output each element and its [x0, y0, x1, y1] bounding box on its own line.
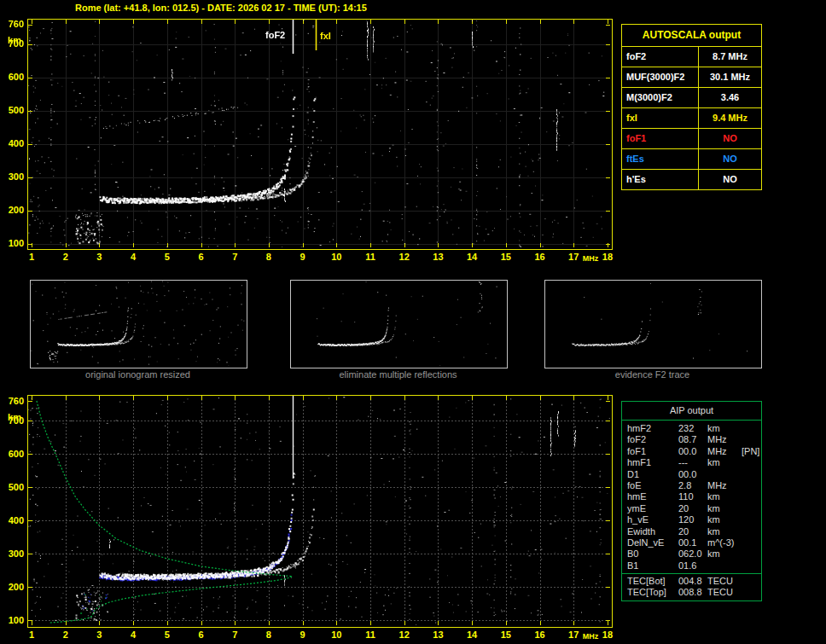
- aip-param-name: hmF1: [627, 457, 678, 468]
- top-x-tick-label: 18: [602, 252, 613, 262]
- aip-param-flag: [742, 548, 761, 560]
- top-x-tick-label: 8: [266, 252, 271, 262]
- top-y-tick-label: 200: [0, 205, 24, 215]
- aip-param-flag: [PN]: [742, 446, 761, 457]
- top-x-tick-label: 9: [300, 252, 305, 262]
- thumbnail-caption-original: original ionogram resized: [30, 369, 246, 380]
- aip-param-value: 110: [678, 491, 707, 502]
- aip-param-flag: [742, 457, 761, 468]
- aip-param-unit: m^(-3): [707, 537, 742, 548]
- aip-param-unit: MHz: [707, 480, 742, 491]
- top-x-tick-label: 2: [63, 252, 68, 262]
- bottom-y-tick-label: 100: [0, 615, 24, 625]
- top-y-tick-label: 300: [0, 171, 24, 182]
- aip-param-name: foF2: [627, 434, 678, 445]
- thumbnail-caption-cleaned: eliminate multiple reflections: [290, 369, 506, 380]
- aip-output-table: AIP output hmF2232kmfoF208.7MHzfoF100.0M…: [621, 401, 762, 601]
- autoscala-param-name: M(3000)F2: [622, 88, 699, 107]
- aip-param-name: D1: [627, 469, 678, 480]
- aip-param-unit: km: [707, 423, 742, 434]
- bottom-ionogram-plot-with-profile: [27, 395, 613, 628]
- bottom-x-tick-label: 10: [331, 629, 341, 640]
- aip-param-unit: [707, 469, 742, 480]
- top-x-tick-label: 3: [96, 252, 102, 262]
- aip-param-name: B0: [627, 548, 678, 560]
- aip-param-flag: [742, 514, 761, 525]
- aip-param-name: foE: [627, 480, 678, 491]
- top-x-tick-label: 5: [165, 252, 170, 262]
- bottom-x-tick-label: 15: [501, 629, 511, 640]
- autoscala-param-name: ftEs: [622, 149, 699, 169]
- aip-param-value: 08.7: [678, 434, 707, 445]
- aip-param-value: 004.8: [678, 576, 707, 587]
- autoscala-table-row: ftEsNO: [622, 149, 761, 170]
- autoscala-param-name: fxI: [622, 108, 699, 128]
- aip-table-row: hmF2232km: [627, 423, 761, 434]
- fof2-marker-label: foF2: [265, 30, 285, 40]
- aip-param-flag: [742, 480, 761, 491]
- aip-param-flag: [742, 503, 761, 514]
- bottom-x-tick-label: 6: [198, 629, 203, 640]
- top-y-axis-unit-label: km: [0, 35, 21, 45]
- bottom-x-tick-label: 14: [467, 629, 477, 640]
- aip-param-unit: km: [707, 548, 742, 560]
- aip-table-row: DelN_vE00.1m^(-3): [627, 537, 761, 548]
- aip-table-row: Ewidth20km: [627, 526, 761, 537]
- top-y-tick-label: 400: [0, 138, 24, 148]
- aip-param-value: 008.8: [678, 587, 707, 598]
- autoscala-param-name: foF2: [622, 47, 699, 67]
- thumbnail-f2-trace-evidence: [544, 280, 762, 368]
- top-x-tick-label: 7: [232, 252, 237, 262]
- fxi-marker-label: fxI: [320, 31, 331, 41]
- aip-param-name: foF1: [627, 446, 678, 457]
- bottom-x-tick-label: 16: [534, 629, 544, 640]
- autoscala-table-row: h'EsNO: [622, 170, 761, 189]
- top-y-tick-label: 760: [0, 19, 24, 29]
- aip-param-value: 120: [678, 514, 707, 525]
- bottom-x-tick-label: 1: [29, 629, 34, 640]
- bottom-x-tick-label: 9: [300, 629, 305, 640]
- top-ionogram-plot: foF2 fxI: [27, 19, 613, 250]
- aip-param-name: hmF2: [627, 423, 678, 434]
- autoscala-param-name: MUF(3000)F2: [622, 67, 699, 87]
- aip-param-value: 232: [678, 423, 707, 434]
- aip-param-value: 20: [678, 526, 707, 537]
- aip-param-unit: MHz: [707, 446, 742, 457]
- bottom-x-tick-label: 13: [433, 629, 443, 640]
- aip-param-value: 2.8: [678, 480, 707, 491]
- top-x-tick-label: 17: [568, 252, 579, 262]
- thumbnail-caption-f2-trace: evidence F2 trace: [544, 369, 760, 380]
- bottom-y-tick-label: 300: [0, 548, 24, 559]
- autoscala-table-row: fxI9.4 MHz: [622, 108, 761, 129]
- top-x-tick-label: 15: [501, 252, 511, 262]
- autoscala-table-row: M(3000)F23.46: [622, 88, 761, 108]
- aip-param-name: DelN_vE: [627, 537, 678, 548]
- aip-param-flag: [742, 576, 761, 587]
- bottom-x-tick-label: 18: [602, 629, 613, 640]
- bottom-x-tick-label: 2: [63, 629, 68, 640]
- top-x-tick-label: 6: [198, 252, 203, 262]
- aip-table-row: foF208.7MHz: [627, 434, 761, 445]
- top-y-tick-label: 100: [0, 238, 24, 248]
- top-y-tick-label: 600: [0, 72, 24, 82]
- top-ionogram-canvas: [28, 20, 610, 247]
- top-x-tick-label: 14: [467, 252, 477, 262]
- autoscala-param-name: h'Es: [622, 170, 699, 189]
- aip-param-flag: [742, 526, 761, 537]
- thumbnail-f2-trace-canvas: [545, 281, 759, 366]
- aip-param-unit: TECU: [707, 587, 742, 598]
- aip-param-unit: km: [707, 526, 742, 537]
- aip-param-name: B1: [627, 560, 678, 571]
- top-x-axis-unit-label: MHz: [583, 254, 599, 263]
- aip-param-flag: [742, 537, 761, 548]
- thumbnail-multiple-reflections-removed: [290, 280, 508, 368]
- autoscala-table-rows: foF28.7 MHzMUF(3000)F230.1 MHzM(3000)F23…: [622, 47, 761, 189]
- aip-param-unit: km: [707, 503, 742, 514]
- aip-table-row: B101.6: [627, 560, 761, 571]
- bottom-y-tick-label: 600: [0, 449, 24, 459]
- aip-param-value: ---: [678, 457, 707, 468]
- aip-param-value: 00.1: [678, 537, 707, 548]
- bottom-x-tick-label: 3: [96, 629, 102, 640]
- thumbnail-original-canvas: [31, 281, 245, 366]
- aip-param-value: 062.0: [678, 548, 707, 560]
